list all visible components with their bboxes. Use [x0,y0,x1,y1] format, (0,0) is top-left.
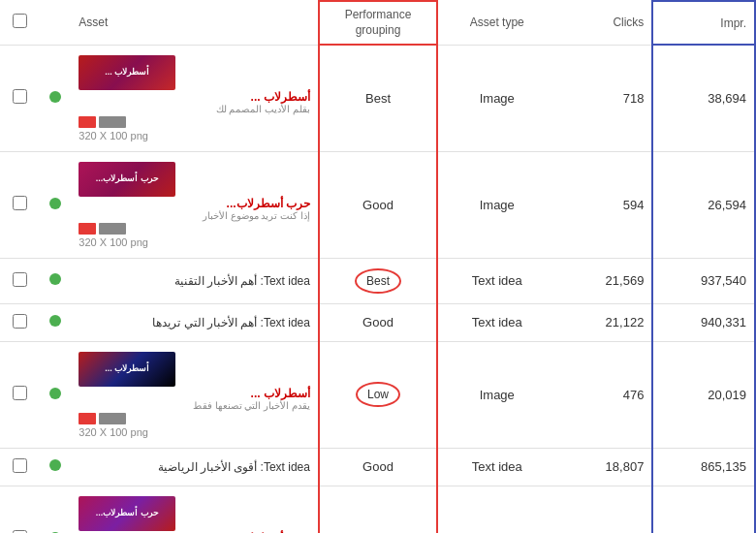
table-row: حرب أسطرلاب...حرب أسطرلاب...إذا كنت تريد… [0,151,755,258]
asset-text-idea: Text idea: أهم الأخبار التقنية [79,274,310,288]
status-dot [49,459,61,471]
performance-badge: Low [356,382,400,407]
select-all-checkbox[interactable] [13,14,27,28]
asset-icon-red [79,116,96,128]
asset-sublabel: إذا كنت تريد موضوع الأخبار [79,210,310,221]
asset-thumbnail-container: حرب أسطرلاب...حرب أسطرلاب...إذا كنت تريد… [79,496,310,533]
row-checkbox-cell [0,258,39,303]
row-checkbox[interactable] [13,196,27,210]
table-row: حرب أسطرلاب...حرب أسطرلاب...إذا كنت تريد… [0,486,755,533]
row-asset-type-cell: Text idea [437,448,555,486]
row-performance-cell: Good [319,448,437,486]
status-dot [49,388,61,399]
row-checkbox-cell [0,341,39,448]
header-checkbox-col [0,1,39,45]
row-asset-cell: حرب أسطرلاب...حرب أسطرلاب...إذا كنت تريد… [71,486,319,533]
asset-text-idea: Text idea: أقوى الأخبار الرياضية [79,460,310,474]
row-impressions-cell: 21,924 [652,486,755,533]
row-clicks-cell: 507 [555,486,652,533]
row-performance-cell: Good [319,303,437,341]
row-checkbox-cell [0,448,39,486]
row-status-dot-cell [39,486,71,533]
asset-thumbnail-container: حرب أسطرلاب...حرب أسطرلاب...إذا كنت تريد… [79,162,310,248]
row-asset-type-cell: Image [437,151,555,258]
row-checkbox-cell [0,303,39,341]
row-asset-cell: Text idea: أقوى الأخبار الرياضية [71,448,319,486]
header-impressions: Impr. [652,1,755,45]
row-checkbox-cell [0,45,39,151]
row-impressions-cell: 20,019 [652,341,755,448]
row-status-dot-cell [39,341,71,448]
table-row: أسطرلاب ...أسطرلاب ...بقلم الأديب المصمم… [0,45,755,151]
asset-icon-red [79,223,96,235]
asset-thumbnail-container: أسطرلاب ...أسطرلاب ...بقلم الأديب المصمم… [79,55,310,141]
asset-icons [79,413,310,424]
performance-label: Good [362,315,394,329]
header-performance-grouping: Performance grouping [319,1,437,45]
row-performance-cell: Best [319,45,437,151]
asset-size: 320 X 100 png [79,130,310,141]
row-impressions-cell: 26,594 [652,151,755,258]
row-asset-cell: Text idea: أهم الأخبار التقنية [71,258,319,303]
row-checkbox[interactable] [13,89,27,104]
asset-thumbnail: أسطرلاب ... [79,55,175,90]
row-clicks-cell: 21,569 [555,258,652,303]
asset-icon-red [79,413,96,424]
row-clicks-cell: 21,122 [555,303,652,341]
row-checkbox[interactable] [13,386,27,400]
row-status-dot-cell [39,45,71,151]
header-dot-col [39,1,71,45]
row-status-dot-cell [39,303,71,341]
asset-icons [79,116,310,128]
row-status-dot-cell [39,448,71,486]
asset-label: أسطرلاب ... [79,90,310,104]
asset-thumbnail: أسطرلاب ... [79,352,175,387]
row-performance-cell: Best [319,258,437,303]
status-dot [49,273,61,285]
row-asset-type-cell: Image [437,45,555,151]
asset-size: 320 X 100 png [79,236,310,248]
row-asset-cell: حرب أسطرلاب...حرب أسطرلاب...إذا كنت تريد… [71,151,319,258]
status-dot [49,198,61,209]
row-status-dot-cell [39,151,71,258]
asset-thumbnail-container: أسطرلاب ...أسطرلاب ...يقدم الأخبار التي … [79,352,310,438]
row-impressions-cell: 38,694 [652,45,755,151]
row-performance-cell: Low [319,341,437,448]
status-dot [49,91,61,103]
row-checkbox[interactable] [13,314,27,329]
table-row: Text idea: أقوى الأخبار الرياضيةGoodText… [0,448,755,486]
table-row: أسطرلاب ...أسطرلاب ...يقدم الأخبار التي … [0,341,755,448]
asset-sublabel: بقلم الأديب المصمم لك [79,104,310,114]
asset-icon-gray [99,223,126,235]
header-asset: Asset [71,1,319,45]
performance-label: Good [362,198,394,212]
row-performance-cell: Good [319,151,437,258]
row-checkbox[interactable] [13,458,27,473]
asset-size: 320 X 100 png [79,426,310,438]
row-impressions-cell: 937,540 [652,258,755,303]
row-checkbox-cell [0,151,39,258]
row-clicks-cell: 718 [555,45,652,151]
row-asset-type-cell: Image [437,486,555,533]
row-asset-cell: Text idea: أهم الأخبار التي تريدها [71,303,319,341]
asset-text-idea: Text idea: أهم الأخبار التي تريدها [79,316,310,329]
performance-label: Best [365,91,391,106]
row-impressions-cell: 865,135 [652,448,755,486]
row-status-dot-cell [39,258,71,303]
row-asset-type-cell: Text idea [437,303,555,341]
row-checkbox-cell [0,486,39,533]
row-asset-type-cell: Text idea [437,258,555,303]
header-clicks: Clicks [555,1,652,45]
asset-sublabel: يقدم الأخبار التي تصنعها فقط [79,400,310,411]
row-asset-cell: أسطرلاب ...أسطرلاب ...يقدم الأخبار التي … [71,341,319,448]
row-checkbox[interactable] [13,272,27,287]
status-dot [49,315,61,327]
performance-label: Good [362,459,394,474]
row-asset-cell: أسطرلاب ...أسطرلاب ...بقلم الأديب المصمم… [71,45,319,151]
performance-badge: Best [355,268,401,294]
asset-thumbnail: حرب أسطرلاب... [79,496,175,531]
asset-thumbnail: حرب أسطرلاب... [79,162,175,197]
header-asset-type: Asset type [437,1,555,45]
asset-icon-gray [99,116,126,128]
row-performance-cell: Good [319,486,437,533]
